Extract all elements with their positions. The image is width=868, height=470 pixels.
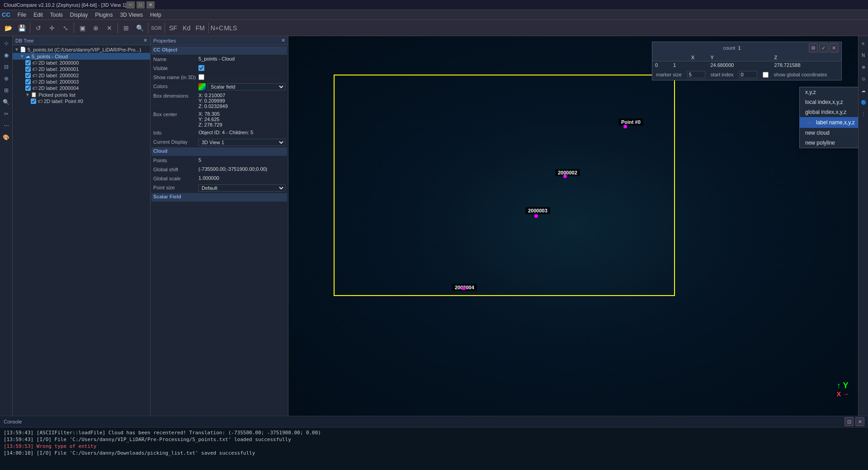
save-button[interactable]: 💾 (15, 22, 28, 34)
dropdown-item-xyz[interactable]: x,y,z (800, 87, 858, 97)
prop-value-visible[interactable] (198, 65, 285, 72)
right-icon-1[interactable]: ≡ (858, 38, 868, 49)
dropdown-label-local-index: local index,x,y,z (805, 99, 843, 105)
tree-item-picked[interactable]: ▼ 📋 Picked points list (13, 91, 150, 98)
select-button[interactable]: ▣ (76, 22, 89, 34)
dropdown-item-local-index[interactable]: local index,x,y,z (800, 97, 858, 107)
console-panel: Console ⊡ ✕ [13:59:43] [ASCIIFilter::loa… (0, 416, 868, 470)
sidebar-icon-transform[interactable]: ⊕ (1, 73, 12, 84)
point-size-dropdown[interactable]: Default (198, 184, 285, 192)
tree-item-labelP[interactable]: 🏷 2D label: Point #0 (13, 98, 150, 104)
colors-dropdown[interactable]: Scalar field (208, 83, 285, 90)
minimize-button[interactable]: ─ (127, 1, 135, 9)
picking-cell-0-x (689, 61, 708, 69)
right-icon-2[interactable]: N (858, 50, 868, 61)
tree-checkbox-label0[interactable] (25, 60, 31, 66)
menu-edit[interactable]: Edit (30, 11, 47, 19)
menu-file[interactable]: File (14, 11, 30, 19)
sidebar-icon-measure[interactable]: ⊞ (1, 85, 12, 96)
prop-value-show-name[interactable] (198, 74, 285, 81)
delete-button[interactable]: ✕ (103, 22, 116, 34)
console-detach-button[interactable]: ⊡ (844, 417, 854, 426)
picking-panel-apply-button[interactable]: ✓ (819, 43, 828, 52)
point-label-2000003[interactable]: 2000003 (525, 207, 550, 214)
prop-value-current-display[interactable]: 3D View 1 (198, 139, 285, 146)
point-label-2000002[interactable]: 2000002 (555, 169, 580, 176)
section-cloud-label: Cloud (153, 148, 167, 154)
tree-checkbox-label2[interactable] (25, 73, 31, 78)
mls-button[interactable]: MLS (224, 22, 237, 34)
pick-button[interactable]: ⊕ (90, 22, 102, 34)
kd-button[interactable]: Kd (180, 22, 193, 34)
dropdown-item-global-index[interactable]: global index,x,y,z (800, 107, 858, 117)
n-c-button[interactable]: N+C (211, 22, 223, 34)
sidebar-icon-color[interactable]: 🎨 (1, 132, 12, 143)
tree-item-cloud[interactable]: ▼ ☁ 5_points - Cloud (13, 53, 150, 60)
tree-item-label4[interactable]: 🏷 2D label: 2000004 (13, 85, 150, 91)
right-icon-4[interactable]: ⊙ (858, 73, 868, 84)
prop-value-colors[interactable]: Scalar field (198, 83, 285, 90)
scale-button[interactable]: ⤡ (59, 22, 72, 34)
menu-help[interactable]: Help (146, 11, 165, 19)
picking-row-0: 0 1 24.680000 278.721588 (652, 61, 841, 69)
dropdown-item-label-name[interactable]: → label name,x,y,z (800, 117, 858, 128)
rotate-button[interactable]: ↺ (32, 22, 45, 34)
open-file-button[interactable]: 📂 (2, 22, 14, 34)
right-icon-7[interactable]: ⋮ (858, 108, 868, 119)
current-display-dropdown[interactable]: 3D View 1 (198, 139, 285, 146)
db-tree-close[interactable]: ✕ (143, 38, 147, 43)
sidebar-icon-view[interactable]: ◉ (1, 50, 12, 61)
zoom-in-button[interactable]: 🔍 (133, 22, 146, 34)
console-close-button[interactable]: ✕ (855, 417, 864, 426)
sidebar-icon-layers[interactable]: ⊟ (1, 61, 12, 72)
sidebar-icon-points[interactable]: ⋯ (1, 120, 12, 131)
count-label: count (723, 45, 735, 51)
menu-plugins[interactable]: Plugins (91, 11, 116, 19)
show-name-checkbox[interactable] (198, 74, 204, 80)
point-label-point0[interactable]: Point #0 (618, 118, 643, 126)
maximize-button[interactable]: □ (137, 1, 145, 9)
tree-checkbox-label1[interactable] (25, 66, 31, 72)
tree-item-label1[interactable]: 🏷 2D label: 2000001 (13, 66, 150, 72)
prop-value-point-size[interactable]: Default (198, 184, 285, 192)
toolbar-separator-3 (118, 23, 118, 33)
db-tree-content[interactable]: ▼ 📄 5_points.txt (C:/Users/danny/VIP_LiD… (13, 45, 150, 416)
close-button[interactable]: ✕ (146, 1, 155, 9)
marker-size-input[interactable] (687, 71, 705, 78)
tree-item-label0[interactable]: 🏷 2D label: 2000000 (13, 60, 150, 66)
console-content: [13:59:43] [ASCIIFilter::loadFile] Cloud… (0, 428, 868, 470)
start-index-input[interactable] (739, 71, 757, 78)
menu-3dviews[interactable]: 3D Views (117, 11, 146, 19)
properties-close[interactable]: ✕ (281, 38, 285, 43)
show-global-coords-checkbox[interactable] (763, 72, 769, 78)
dropdown-item-new-cloud[interactable]: new cloud (800, 128, 858, 138)
visible-checkbox[interactable] (198, 65, 204, 71)
selection-box (334, 75, 675, 296)
tree-item-label2[interactable]: 🏷 2D label: 2000002 (13, 72, 150, 79)
toolbar-separator-6 (208, 23, 209, 33)
tree-item-file[interactable]: ▼ 📄 5_points.txt (C:/Users/danny/VIP_LiD… (13, 46, 150, 53)
dropdown-item-new-polyline[interactable]: new polyline (800, 138, 858, 148)
tree-item-label3[interactable]: 🏷 2D label: 2000003 (13, 79, 150, 85)
menu-display[interactable]: Display (66, 11, 91, 19)
right-icon-6[interactable]: 🔵 (858, 97, 868, 108)
translate-button[interactable]: ✛ (46, 22, 58, 34)
console-text-1: [13:59:43] [I/O] File 'C:/Users/danny/VI… (4, 437, 291, 442)
fm-button[interactable]: FM (194, 22, 207, 34)
sf-edit-button[interactable]: SF (167, 22, 179, 34)
zoom-fit-button[interactable]: ⊞ (120, 22, 132, 34)
picking-panel-close-button[interactable]: ✕ (830, 43, 839, 52)
tree-checkbox-labelP[interactable] (31, 99, 36, 104)
right-icon-3[interactable]: ⊕ (858, 61, 868, 72)
sidebar-icon-clip[interactable]: ✂ (1, 108, 12, 119)
picking-panel-settings-button[interactable]: ⚙ (809, 43, 818, 52)
right-icon-5[interactable]: ☁ (858, 85, 868, 96)
sidebar-icon-zoom[interactable]: 🔍 (1, 97, 12, 108)
toolbar-separator-5 (165, 23, 165, 33)
picking-table: X Y Z 0 1 24.680000 278.721588 (652, 54, 841, 69)
menu-tools[interactable]: Tools (47, 11, 66, 19)
sidebar-icon-cursor[interactable]: ⊹ (1, 38, 12, 49)
viewport-3d[interactable]: 2000000 2000002 2000003 2000004 Point #0… (288, 36, 858, 416)
tree-checkbox-label3[interactable] (25, 79, 31, 85)
tree-checkbox-label4[interactable] (25, 85, 31, 91)
